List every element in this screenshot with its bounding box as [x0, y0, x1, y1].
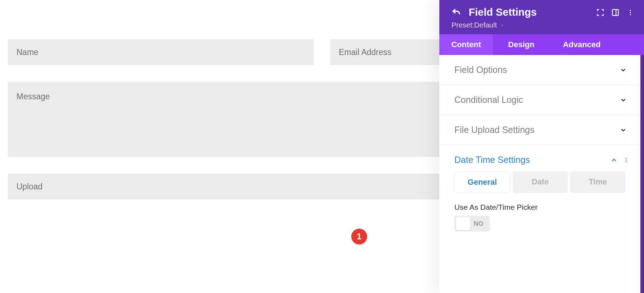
section-label-file-upload: File Upload Settings — [454, 125, 535, 135]
section-file-upload-settings[interactable]: File Upload Settings — [439, 115, 640, 145]
caret-down-icon — [500, 21, 504, 29]
subtab-date[interactable]: Date — [513, 172, 568, 193]
more-icon[interactable] — [625, 8, 635, 18]
panel-header-top: Field Settings — [452, 6, 635, 18]
expand-icon[interactable] — [595, 8, 605, 18]
chevron-down-icon — [620, 96, 627, 104]
section-date-time-settings[interactable]: Date Time Settings — [439, 145, 640, 172]
layout-icon[interactable] — [610, 8, 620, 18]
subtab-general[interactable]: General — [454, 172, 510, 193]
chevron-down-icon — [620, 66, 627, 74]
settings-panel: Field Settings Preset: Default — [439, 0, 644, 293]
svg-point-2 — [630, 10, 631, 11]
tab-design[interactable]: Design — [493, 34, 550, 55]
section-label-conditional-logic: Conditional Logic — [454, 95, 523, 105]
section-label-datetime: Date Time Settings — [454, 155, 530, 165]
preset-prefix: Preset: — [452, 21, 474, 29]
tabs: Content Design Advanced — [439, 34, 644, 55]
email-placeholder: Email Address — [339, 48, 391, 57]
upload-placeholder: Upload — [16, 182, 43, 192]
panel-body: Field Options Conditional Logic File Upl… — [439, 55, 644, 293]
datetime-subtabs: General Date Time — [439, 172, 640, 201]
chevron-down-icon — [620, 126, 627, 134]
panel-header: Field Settings Preset: Default — [439, 0, 644, 34]
tab-advanced[interactable]: Advanced — [550, 34, 614, 55]
svg-point-7 — [626, 161, 627, 162]
svg-point-5 — [626, 158, 627, 159]
svg-point-3 — [630, 12, 631, 13]
option-use-as-datetime: Use As Date/Time Picker NO — [439, 201, 640, 234]
message-placeholder: Message — [16, 92, 50, 101]
option-label: Use As Date/Time Picker — [454, 203, 625, 212]
toggle-knob — [456, 217, 470, 230]
marker-number: 1 — [357, 232, 361, 242]
section-conditional-logic[interactable]: Conditional Logic — [439, 85, 640, 115]
svg-rect-0 — [613, 9, 619, 15]
panel-title: Field Settings — [469, 6, 590, 18]
toggle-state-label: NO — [470, 220, 488, 228]
svg-point-4 — [630, 14, 631, 15]
annotation-marker-1: 1 — [351, 229, 367, 244]
name-input[interactable]: Name — [8, 39, 314, 65]
datetime-toggle[interactable]: NO — [454, 216, 490, 232]
preset-selector[interactable]: Preset: Default — [452, 21, 635, 29]
section-more-icon[interactable] — [623, 157, 630, 164]
section-field-options[interactable]: Field Options — [439, 55, 640, 85]
chevron-up-icon — [610, 157, 618, 164]
tab-content[interactable]: Content — [439, 34, 493, 55]
undo-icon[interactable] — [452, 8, 462, 18]
svg-point-6 — [626, 159, 627, 160]
section-label-field-options: Field Options — [454, 65, 507, 75]
subtab-time[interactable]: Time — [570, 172, 625, 193]
name-placeholder: Name — [16, 48, 38, 57]
preset-value: Default — [474, 21, 497, 29]
